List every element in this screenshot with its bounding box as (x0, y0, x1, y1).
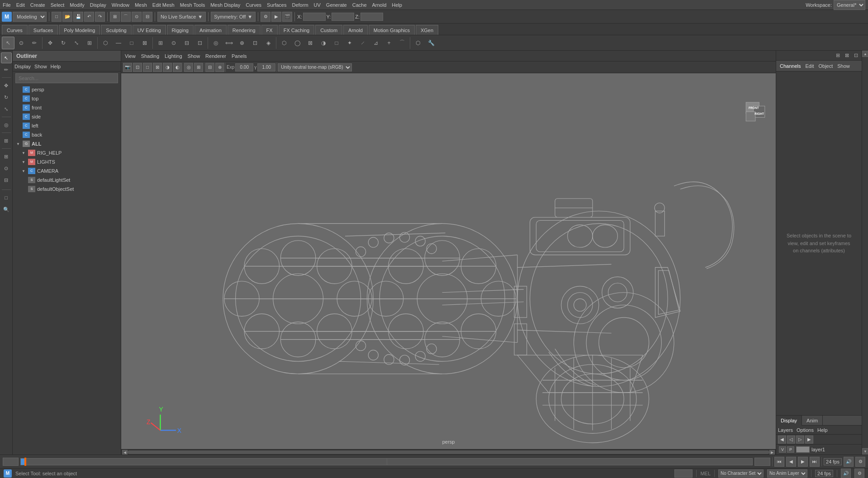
menu-help[interactable]: Help (392, 2, 402, 8)
tree-item-top[interactable]: C top (13, 94, 121, 103)
symmetry-icon-btn[interactable]: ⟺ (223, 37, 235, 49)
menu-arnold[interactable]: Arnold (372, 2, 387, 8)
workspace-dropdown[interactable]: General* (834, 0, 865, 10)
snap-grid-btn[interactable]: ⊞ (110, 12, 120, 22)
anim-tab[interactable]: Anim (802, 416, 823, 426)
snap-to-view-tool[interactable]: ⊟ (1, 175, 12, 185)
redo-btn[interactable]: ↷ (95, 12, 105, 22)
search-tool[interactable]: 🔍 (1, 204, 12, 215)
help-subtab[interactable]: Help (817, 427, 828, 433)
right-panel-icon2[interactable]: ⊠ (843, 52, 851, 60)
menu-display[interactable]: Display (90, 2, 106, 8)
status-audio-btn[interactable]: 🔊 (841, 469, 851, 478)
vp-cam-btn[interactable]: 📷 (123, 63, 132, 72)
tab-motion-graphics[interactable]: Motion Graphics (369, 25, 415, 35)
vp-wireframe-btn[interactable]: ⊡ (133, 63, 142, 72)
lasso-select-btn[interactable]: ⊙ (15, 37, 28, 49)
outliner-search-input[interactable] (15, 73, 118, 83)
new-scene-btn[interactable]: □ (52, 12, 62, 22)
char-set-select[interactable]: No Character Set (718, 469, 764, 478)
outliner-help-menu[interactable]: Help (51, 64, 61, 69)
audio-btn[interactable]: 🔊 (844, 457, 854, 467)
snap-point-btn[interactable]: ⊙ (132, 12, 142, 22)
joint-toggle-btn[interactable]: ✦ (343, 37, 356, 49)
layer-next2-btn[interactable]: ▷ (796, 435, 804, 444)
universal-tool-btn[interactable]: ⊞ (83, 37, 96, 49)
menu-modify[interactable]: Modify (70, 2, 84, 8)
rotate-tool[interactable]: ↻ (1, 92, 12, 103)
tab-fx-caching[interactable]: FX Caching (279, 25, 314, 35)
undo-btn[interactable]: ↶ (84, 12, 94, 22)
menu-curves[interactable]: Curves (246, 2, 261, 8)
vp-shading-menu[interactable]: Shading (141, 53, 159, 59)
anim-prefs-btn[interactable]: ⚙ (855, 457, 865, 467)
ipr-render-btn[interactable]: ▶ (271, 12, 281, 22)
render-settings-btn[interactable]: ⚙ (261, 12, 270, 22)
hscroll-right-btn[interactable]: ▶ (769, 450, 775, 454)
vp-light-btn[interactable]: ◑ (163, 63, 172, 72)
vp-show-menu[interactable]: Show (188, 53, 200, 59)
menu-surfaces[interactable]: Surfaces (267, 2, 286, 8)
tree-item-rig-help[interactable]: ▼ M RIG_HELP (13, 148, 121, 157)
tab-xgen[interactable]: XGen (416, 25, 438, 35)
tab-poly-modeling[interactable]: Poly Modeling (59, 25, 100, 35)
tree-item-left[interactable]: C left (13, 121, 121, 130)
tab-surfaces[interactable]: Surfaces (28, 25, 58, 35)
viewport-hscroll[interactable]: ◀ ▶ (121, 449, 776, 454)
uvmap-mode-btn[interactable]: ⊠ (138, 37, 151, 49)
channels-label[interactable]: Channels (780, 63, 801, 69)
show-manipulator[interactable]: ⊞ (1, 135, 12, 146)
locator-toggle-btn[interactable]: + (383, 37, 395, 49)
modeling-toolkit-btn[interactable]: 🔧 (425, 37, 437, 49)
tab-rigging[interactable]: Rigging (167, 25, 194, 35)
rotate-tool-btn[interactable]: ↻ (57, 37, 70, 49)
edge-mode-btn[interactable]: — (112, 37, 125, 49)
channels-show-label[interactable]: Show (837, 63, 850, 69)
snap-curve-btn[interactable]: ⌒ (121, 12, 131, 22)
menu-file[interactable]: File (3, 2, 11, 8)
right-scroll-up[interactable]: ▲ (862, 51, 868, 57)
tab-uv-editing[interactable]: UV Editing (133, 25, 166, 35)
move-tool-btn[interactable]: ✥ (44, 37, 57, 49)
no-live-surface-btn[interactable]: No Live Surface ▼ (157, 12, 206, 22)
menu-cache[interactable]: Cache (352, 2, 367, 8)
sculpt-tool[interactable]: ◎ (1, 119, 12, 130)
pivot-btn[interactable]: ⊕ (236, 37, 248, 49)
hscroll-bar[interactable] (128, 450, 769, 454)
snap-view-btn[interactable]: ⊟ (142, 12, 152, 22)
paint-select-tool[interactable]: ✏ (1, 64, 12, 75)
snap-surface-icon-btn[interactable]: ⊟ (180, 37, 193, 49)
tree-item-all[interactable]: ▼ G ALL (13, 139, 121, 148)
menu-create[interactable]: Create (30, 2, 45, 8)
tree-item-persp[interactable]: C persp (13, 85, 121, 94)
menu-mesh-display[interactable]: Mesh Display (210, 2, 240, 8)
y-input[interactable] (332, 13, 354, 21)
select-tool-btn[interactable]: ↖ (2, 37, 14, 49)
poly-toggle-btn[interactable]: ⬡ (278, 37, 290, 49)
right-scroll-down[interactable]: ▼ (862, 448, 868, 454)
nurbs-toggle-btn[interactable]: ◯ (291, 37, 304, 49)
vp-grid-btn[interactable]: ⊞ (194, 63, 203, 72)
vp-panels-menu[interactable]: Panels (232, 53, 247, 59)
layer-v-btn[interactable]: V (779, 446, 786, 453)
tab-custom[interactable]: Custom (315, 25, 342, 35)
face-mode-btn[interactable]: □ (125, 37, 138, 49)
layer-prev2-btn[interactable]: ◁ (787, 435, 795, 444)
snap-to-grid-tool[interactable]: ⊞ (1, 151, 12, 162)
deformer-toggle-btn[interactable]: ⊿ (370, 37, 382, 49)
tab-arnold[interactable]: Arnold (343, 25, 368, 35)
vp-resolve-btn[interactable]: ⊟ (205, 63, 214, 72)
play-fwd-btn[interactable]: ▶ (798, 457, 808, 467)
layer1-name[interactable]: layer1 (811, 447, 825, 452)
layer-next-btn[interactable]: ▶ (805, 435, 813, 444)
menu-deform[interactable]: Deform (292, 2, 308, 8)
gamma-input[interactable]: 1.00 (257, 63, 275, 71)
layers-subtab[interactable]: Layers (778, 427, 793, 433)
tree-item-lights[interactable]: ▼ M LIGHTS (13, 157, 121, 166)
vp-isolate-btn[interactable]: ◎ (184, 63, 193, 72)
exposure-input[interactable]: 0.00 (235, 63, 253, 71)
layer-color-swatch[interactable] (796, 446, 810, 453)
current-frame-input[interactable]: 1 (674, 469, 693, 478)
outliner-display-menu[interactable]: Display (14, 64, 31, 69)
right-scrollbar[interactable]: ▲ ▼ (862, 51, 868, 454)
